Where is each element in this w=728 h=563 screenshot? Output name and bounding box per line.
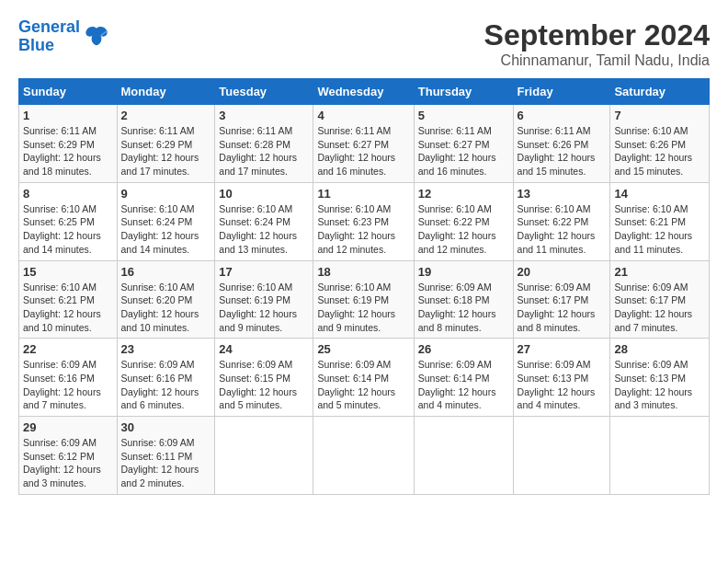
calendar-cell: 16 Sunrise: 6:10 AMSunset: 6:20 PMDaylig… xyxy=(117,260,215,339)
day-detail: Sunrise: 6:09 AMSunset: 6:17 PMDaylight:… xyxy=(518,282,596,333)
calendar-cell: 8 Sunrise: 6:10 AMSunset: 6:25 PMDayligh… xyxy=(19,182,118,260)
day-detail: Sunrise: 6:09 AMSunset: 6:11 PMDaylight:… xyxy=(121,437,199,488)
day-detail: Sunrise: 6:10 AMSunset: 6:26 PMDaylight:… xyxy=(614,125,692,177)
day-number: 22 xyxy=(23,342,113,356)
day-number: 3 xyxy=(219,109,309,122)
calendar-cell: 7 Sunrise: 6:10 AMSunset: 6:26 PMDayligh… xyxy=(610,105,710,183)
day-detail: Sunrise: 6:09 AMSunset: 6:13 PMDaylight:… xyxy=(518,359,596,410)
day-detail: Sunrise: 6:10 AMSunset: 6:21 PMDaylight:… xyxy=(614,203,692,255)
calendar-row: 22 Sunrise: 6:09 AMSunset: 6:16 PMDaylig… xyxy=(19,339,710,417)
calendar-cell xyxy=(414,417,513,495)
day-detail: Sunrise: 6:10 AMSunset: 6:21 PMDaylight:… xyxy=(23,282,101,333)
day-detail: Sunrise: 6:11 AMSunset: 6:28 PMDaylight:… xyxy=(219,125,297,177)
calendar-cell: 17 Sunrise: 6:10 AMSunset: 6:19 PMDaylig… xyxy=(215,260,313,339)
day-detail: Sunrise: 6:11 AMSunset: 6:29 PMDaylight:… xyxy=(121,125,199,177)
calendar-cell: 14 Sunrise: 6:10 AMSunset: 6:21 PMDaylig… xyxy=(610,182,710,260)
logo-general: General xyxy=(18,17,80,36)
day-number: 16 xyxy=(121,265,211,279)
calendar-cell: 23 Sunrise: 6:09 AMSunset: 6:16 PMDaylig… xyxy=(117,339,215,417)
day-detail: Sunrise: 6:09 AMSunset: 6:13 PMDaylight:… xyxy=(614,359,692,410)
day-detail: Sunrise: 6:10 AMSunset: 6:24 PMDaylight:… xyxy=(219,203,297,255)
logo-blue: Blue xyxy=(18,36,54,54)
calendar-cell xyxy=(313,417,414,495)
calendar-cell: 12 Sunrise: 6:10 AMSunset: 6:22 PMDaylig… xyxy=(414,182,513,260)
day-number: 4 xyxy=(317,109,409,122)
day-detail: Sunrise: 6:10 AMSunset: 6:22 PMDaylight:… xyxy=(418,203,496,255)
calendar-cell: 11 Sunrise: 6:10 AMSunset: 6:23 PMDaylig… xyxy=(313,182,414,260)
calendar-cell: 1 Sunrise: 6:11 AMSunset: 6:29 PMDayligh… xyxy=(19,105,118,183)
day-number: 27 xyxy=(518,342,607,356)
day-detail: Sunrise: 6:09 AMSunset: 6:17 PMDaylight:… xyxy=(614,282,692,333)
calendar-cell xyxy=(513,417,610,495)
day-number: 28 xyxy=(614,342,705,356)
day-number: 30 xyxy=(121,420,211,434)
day-number: 10 xyxy=(219,187,309,201)
calendar-cell: 15 Sunrise: 6:10 AMSunset: 6:21 PMDaylig… xyxy=(19,260,118,339)
day-number: 26 xyxy=(418,342,509,356)
calendar-cell: 22 Sunrise: 6:09 AMSunset: 6:16 PMDaylig… xyxy=(19,339,118,417)
day-detail: Sunrise: 6:09 AMSunset: 6:15 PMDaylight:… xyxy=(219,359,297,410)
day-detail: Sunrise: 6:11 AMSunset: 6:29 PMDaylight:… xyxy=(23,125,101,177)
calendar-row: 8 Sunrise: 6:10 AMSunset: 6:25 PMDayligh… xyxy=(19,182,710,260)
col-header-wednesday: Wednesday xyxy=(313,79,414,105)
day-number: 15 xyxy=(23,265,113,279)
day-detail: Sunrise: 6:11 AMSunset: 6:27 PMDaylight:… xyxy=(317,125,395,177)
calendar-cell: 6 Sunrise: 6:11 AMSunset: 6:26 PMDayligh… xyxy=(513,105,610,183)
calendar-cell: 2 Sunrise: 6:11 AMSunset: 6:29 PMDayligh… xyxy=(117,105,215,183)
calendar-row: 15 Sunrise: 6:10 AMSunset: 6:21 PMDaylig… xyxy=(19,260,710,339)
calendar-cell: 27 Sunrise: 6:09 AMSunset: 6:13 PMDaylig… xyxy=(513,339,610,417)
col-header-thursday: Thursday xyxy=(414,79,513,105)
calendar-cell: 28 Sunrise: 6:09 AMSunset: 6:13 PMDaylig… xyxy=(610,339,710,417)
page-subtitle: Chinnamanur, Tamil Nadu, India xyxy=(484,52,710,69)
day-detail: Sunrise: 6:11 AMSunset: 6:26 PMDaylight:… xyxy=(518,125,596,177)
day-number: 13 xyxy=(518,187,607,201)
calendar-cell: 3 Sunrise: 6:11 AMSunset: 6:28 PMDayligh… xyxy=(215,105,313,183)
day-detail: Sunrise: 6:10 AMSunset: 6:23 PMDaylight:… xyxy=(317,203,395,255)
day-detail: Sunrise: 6:10 AMSunset: 6:20 PMDaylight:… xyxy=(121,282,199,333)
day-number: 21 xyxy=(614,265,705,279)
calendar-cell: 5 Sunrise: 6:11 AMSunset: 6:27 PMDayligh… xyxy=(414,105,513,183)
day-number: 17 xyxy=(219,265,309,279)
day-detail: Sunrise: 6:09 AMSunset: 6:16 PMDaylight:… xyxy=(23,359,101,410)
day-number: 6 xyxy=(518,109,607,122)
day-detail: Sunrise: 6:11 AMSunset: 6:27 PMDaylight:… xyxy=(418,125,496,177)
page-header: General Blue September 2024 Chinnamanur,… xyxy=(18,18,710,69)
day-number: 5 xyxy=(418,109,509,122)
title-block: September 2024 Chinnamanur, Tamil Nadu, … xyxy=(484,18,710,69)
day-detail: Sunrise: 6:09 AMSunset: 6:18 PMDaylight:… xyxy=(418,282,496,333)
logo: General Blue xyxy=(18,18,109,55)
day-detail: Sunrise: 6:09 AMSunset: 6:14 PMDaylight:… xyxy=(317,359,395,410)
day-number: 8 xyxy=(23,187,113,201)
col-header-friday: Friday xyxy=(513,79,610,105)
calendar-cell: 29 Sunrise: 6:09 AMSunset: 6:12 PMDaylig… xyxy=(19,417,118,495)
day-number: 25 xyxy=(317,342,409,356)
calendar-cell: 25 Sunrise: 6:09 AMSunset: 6:14 PMDaylig… xyxy=(313,339,414,417)
calendar-cell: 20 Sunrise: 6:09 AMSunset: 6:17 PMDaylig… xyxy=(513,260,610,339)
col-header-monday: Monday xyxy=(117,79,215,105)
day-number: 19 xyxy=(418,265,509,279)
day-number: 20 xyxy=(518,265,607,279)
calendar-cell: 13 Sunrise: 6:10 AMSunset: 6:22 PMDaylig… xyxy=(513,182,610,260)
day-number: 18 xyxy=(317,265,409,279)
day-number: 12 xyxy=(418,187,509,201)
day-detail: Sunrise: 6:10 AMSunset: 6:24 PMDaylight:… xyxy=(121,203,199,255)
header-row: SundayMondayTuesdayWednesdayThursdayFrid… xyxy=(19,79,710,105)
calendar-cell: 18 Sunrise: 6:10 AMSunset: 6:19 PMDaylig… xyxy=(313,260,414,339)
day-number: 14 xyxy=(614,187,705,201)
day-detail: Sunrise: 6:10 AMSunset: 6:19 PMDaylight:… xyxy=(317,282,395,333)
calendar-cell xyxy=(215,417,313,495)
day-number: 29 xyxy=(23,420,113,434)
calendar-row: 1 Sunrise: 6:11 AMSunset: 6:29 PMDayligh… xyxy=(19,105,710,183)
calendar-cell xyxy=(610,417,710,495)
calendar-cell: 21 Sunrise: 6:09 AMSunset: 6:17 PMDaylig… xyxy=(610,260,710,339)
day-detail: Sunrise: 6:10 AMSunset: 6:22 PMDaylight:… xyxy=(518,203,596,255)
col-header-tuesday: Tuesday xyxy=(215,79,313,105)
day-number: 1 xyxy=(23,109,113,122)
calendar-cell: 30 Sunrise: 6:09 AMSunset: 6:11 PMDaylig… xyxy=(117,417,215,495)
page-title: September 2024 xyxy=(484,18,710,52)
day-number: 23 xyxy=(121,342,211,356)
col-header-saturday: Saturday xyxy=(610,79,710,105)
logo-bird-icon xyxy=(84,24,109,50)
day-number: 9 xyxy=(121,187,211,201)
day-detail: Sunrise: 6:10 AMSunset: 6:19 PMDaylight:… xyxy=(219,282,297,333)
